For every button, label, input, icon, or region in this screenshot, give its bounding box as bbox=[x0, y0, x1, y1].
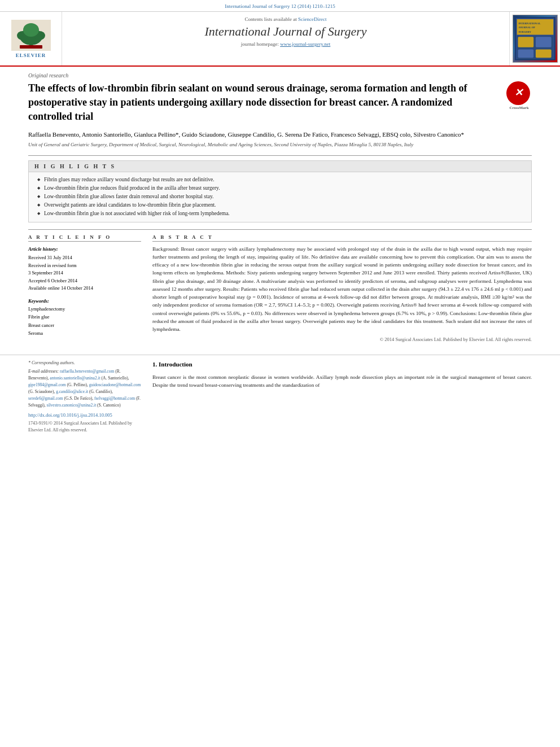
revised-date: 3 September 2014 bbox=[28, 269, 141, 277]
article-title: The effects of low-thrombin fibrin seala… bbox=[28, 81, 532, 124]
abstract-column: A B S T R A C T Background: Breast cance… bbox=[152, 234, 532, 343]
top-bar: International Journal of Surgery 12 (201… bbox=[0, 0, 560, 12]
email-link-4[interactable]: guidosciaudone@hotmail.com bbox=[89, 382, 141, 387]
copyright-line: © 2014 Surgical Associates Ltd. Publishe… bbox=[152, 337, 532, 342]
svg-text:JOURNAL OF: JOURNAL OF bbox=[518, 27, 535, 29]
svg-text:SURGERY: SURGERY bbox=[518, 30, 531, 33]
svg-rect-6 bbox=[20, 45, 42, 49]
article-info-header: A R T I C L E I N F O bbox=[28, 234, 141, 242]
journal-header: ELSEVIER Contents lists available at Sci… bbox=[0, 12, 560, 67]
abstract-text: Background: Breast cancer surgery with a… bbox=[152, 245, 532, 334]
highlight-item: Low-thrombin fibrin glue is not associat… bbox=[37, 209, 526, 218]
abstract-header: A B S T R A C T bbox=[152, 234, 532, 242]
corresponding-note: * Corresponding authors. bbox=[28, 360, 141, 366]
doi-anchor[interactable]: http://dx.doi.org/10.1016/j.ijsu.2014.10… bbox=[28, 412, 112, 418]
footnote-section: * Corresponding authors. E-mail addresse… bbox=[28, 360, 532, 434]
svg-rect-17 bbox=[536, 49, 552, 58]
page-wrapper: International Journal of Surgery 12 (201… bbox=[0, 0, 560, 747]
keywords-list: Lymphadenectomy Fibrin glue Breast cance… bbox=[28, 305, 141, 338]
authors-line: Raffaella Benevento, Antonio Santoriello… bbox=[28, 130, 532, 139]
elsevier-logo: ELSEVIER bbox=[11, 20, 51, 58]
journal-title: International Journal of Surgery bbox=[73, 24, 498, 39]
keyword: Lymphadenectomy bbox=[28, 305, 141, 313]
divider-1 bbox=[28, 155, 532, 156]
highlights-section: H I G H L I G H T S Fibrin glues may red… bbox=[28, 160, 532, 222]
crossmark-badge[interactable]: ✕ CrossMark bbox=[506, 81, 532, 107]
footnote-left: * Corresponding authors. E-mail addresse… bbox=[28, 360, 141, 434]
content-area: Original research The effects of low-thr… bbox=[0, 67, 560, 355]
affiliation-line: Unit of General and Geriatric Surgery, D… bbox=[28, 141, 532, 148]
crossmark-label: CrossMark bbox=[506, 106, 532, 111]
journal-header-center: Contents lists available at ScienceDirec… bbox=[62, 12, 509, 65]
journal-homepage-link[interactable]: www.journal-surgery.net bbox=[280, 41, 330, 47]
highlight-item: Low-thrombin fibrin glue allows faster d… bbox=[37, 193, 526, 201]
elsevier-name: ELSEVIER bbox=[16, 53, 46, 58]
email-link-6[interactable]: serede6@gmail.com bbox=[28, 396, 63, 401]
accepted-date: Accepted 6 October 2014 bbox=[28, 277, 141, 285]
journal-homepage: journal homepage: www.journal-surgery.ne… bbox=[73, 41, 498, 47]
keywords-label: Keywords: bbox=[28, 298, 141, 304]
keyword: Fibrin glue bbox=[28, 313, 141, 321]
available-online: Available online 14 October 2014 bbox=[28, 285, 141, 292]
highlights-title: H I G H L I G H T S bbox=[29, 161, 531, 172]
article-info-column: A R T I C L E I N F O Article history: R… bbox=[28, 234, 141, 343]
journal-cover-image: INTERNATIONAL JOURNAL OF SURGERY bbox=[513, 15, 558, 63]
introduction-title: 1. Introduction bbox=[152, 360, 532, 370]
journal-citation: International Journal of Surgery 12 (201… bbox=[225, 3, 335, 9]
elsevier-tree-graphic bbox=[11, 20, 51, 51]
keyword: Breast cancer bbox=[28, 321, 141, 329]
email-addresses: E-mail addresses: raffaella.benevento@gm… bbox=[28, 368, 141, 409]
science-direct-link[interactable]: ScienceDirect bbox=[298, 16, 326, 22]
journal-cover-area: INTERNATIONAL JOURNAL OF SURGERY bbox=[509, 12, 560, 65]
introduction-column: 1. Introduction Breast cancer is the mos… bbox=[152, 360, 532, 434]
email-link-2[interactable]: antonio.santoriello@unina2.it bbox=[50, 375, 100, 381]
svg-rect-14 bbox=[518, 37, 534, 47]
science-direct-line: Contents lists available at ScienceDirec… bbox=[73, 16, 498, 22]
keywords-section: Keywords: Lymphadenectomy Fibrin glue Br… bbox=[28, 298, 141, 338]
highlight-item: Overweight patients are ideal candidates… bbox=[37, 201, 526, 209]
history-label: Article history: bbox=[28, 245, 141, 253]
email-link-7[interactable]: fselvaggi@hotmail.com bbox=[94, 396, 135, 401]
received-date: Received 31 July 2014 bbox=[28, 254, 141, 262]
doi-link: http://dx.doi.org/10.1016/j.ijsu.2014.10… bbox=[28, 412, 141, 419]
article-history: Article history: Received 31 July 2014 R… bbox=[28, 245, 141, 292]
email-link-1[interactable]: raffaella.benevento@gmail.com bbox=[60, 369, 114, 374]
email-link-8[interactable]: silvestro.canonico@unina2.it bbox=[47, 403, 97, 408]
highlights-list: Fibrin glues may reduce axillary wound d… bbox=[29, 172, 531, 222]
crossmark-circle: ✕ bbox=[506, 81, 530, 105]
divider-2 bbox=[28, 229, 532, 230]
svg-rect-15 bbox=[536, 37, 552, 47]
article-type: Original research bbox=[28, 72, 532, 78]
svg-point-5 bbox=[23, 23, 39, 37]
received-revised-label: Received in revised form bbox=[28, 262, 141, 270]
svg-rect-16 bbox=[518, 49, 534, 58]
email-label: E-mail addresses: bbox=[28, 369, 59, 374]
introduction-text: Breast cancer is the most common neoplas… bbox=[152, 373, 532, 390]
footer-area: * Corresponding authors. E-mail addresse… bbox=[0, 355, 560, 438]
keyword: Seroma bbox=[28, 329, 141, 337]
email-link-3[interactable]: gipe1984@gmail.com bbox=[28, 382, 66, 387]
article-info-abstract: A R T I C L E I N F O Article history: R… bbox=[28, 234, 532, 343]
svg-text:INTERNATIONAL: INTERNATIONAL bbox=[518, 22, 540, 25]
highlight-item: Low-thrombin fibrin glue reduces fluid p… bbox=[37, 184, 526, 193]
publisher-logo-area: ELSEVIER bbox=[0, 12, 62, 65]
issn-line: 1743-9191/© 2014 Surgical Associates Ltd… bbox=[28, 420, 141, 434]
email-link-5[interactable]: g.candilio@alice.it bbox=[56, 389, 88, 394]
highlight-item: Fibrin glues may reduce axillary wound d… bbox=[37, 176, 526, 184]
